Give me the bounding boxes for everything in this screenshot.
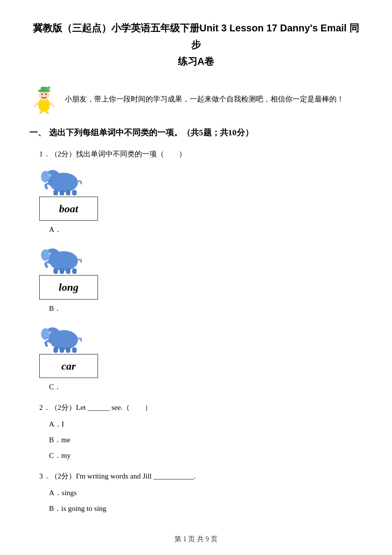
q1-text: 1．（2分）找出单词中不同类的一项（ ） [39,148,363,160]
q1-option-b-card: long [39,243,363,299]
elephant-c-icon [39,322,88,354]
q1-option-c-label: C． [39,381,363,393]
q1-option-c-card: car [39,322,363,378]
svg-line-8 [40,111,42,114]
svg-point-33 [49,332,50,333]
svg-rect-17 [60,190,64,196]
question-2: 2．（2分）Let ______ see.（ ） A．I B．me C．my [29,402,363,461]
svg-rect-16 [53,190,58,196]
svg-rect-19 [72,190,76,196]
q2-option-c: C．my [39,450,363,461]
svg-point-24 [49,253,50,254]
intro-text: 小朋友，带上你一段时间的学习成果，一起来做个自我检测吧，相信你一定是最棒的！ [65,93,344,105]
page-footer: 第 1 页 共 9 页 [29,534,363,545]
elephant-b-icon [39,243,88,275]
svg-line-6 [34,103,38,106]
q2-option-a: A．I [39,418,363,430]
svg-rect-18 [66,190,71,196]
svg-rect-27 [66,269,71,274]
svg-point-22 [41,250,50,261]
svg-rect-28 [72,269,76,274]
svg-rect-35 [60,347,64,353]
svg-line-7 [50,103,54,106]
q3-option-b: B．is going to sing [39,503,363,514]
elephant-a-icon [39,165,88,197]
word-box-long: long [39,275,98,299]
svg-rect-36 [66,347,71,353]
svg-point-31 [41,328,50,340]
svg-point-15 [49,175,50,176]
question-3: 3．（2分）I'm writing words and Jill _______… [29,470,363,514]
page-title: 冀教版（三起点）小学英语五年级下册Unit 3 Lesson 17 Danny'… [29,20,363,70]
word-box-car: car [39,354,98,378]
svg-point-5 [46,94,47,95]
section1-header: 一、 选出下列每组单词中不同类的一项。（共5题；共10分） [29,126,363,139]
svg-point-4 [42,94,43,95]
q1-option-a-card: boat [39,165,363,221]
svg-rect-26 [60,269,64,274]
q1-option-a-label: A． [39,224,363,235]
svg-line-9 [47,111,48,114]
q3-option-a: A．sings [39,487,363,499]
svg-rect-25 [53,269,58,274]
intro-section: 小朋友，带上你一段时间的学习成果，一起来做个自我检测吧，相信你一定是最棒的！ [29,84,363,114]
svg-rect-37 [72,347,76,353]
svg-rect-34 [53,347,58,353]
word-box-boat: boat [39,197,98,221]
q2-text: 2．（2分）Let ______ see.（ ） [39,402,363,413]
question-1: 1．（2分）找出单词中不同类的一项（ ） boa [29,148,363,393]
mascot-icon [29,84,59,114]
q2-option-b: B．me [39,434,363,446]
q1-option-b-label: B． [39,303,363,314]
q3-text: 3．（2分）I'm writing words and Jill _______… [39,470,363,482]
